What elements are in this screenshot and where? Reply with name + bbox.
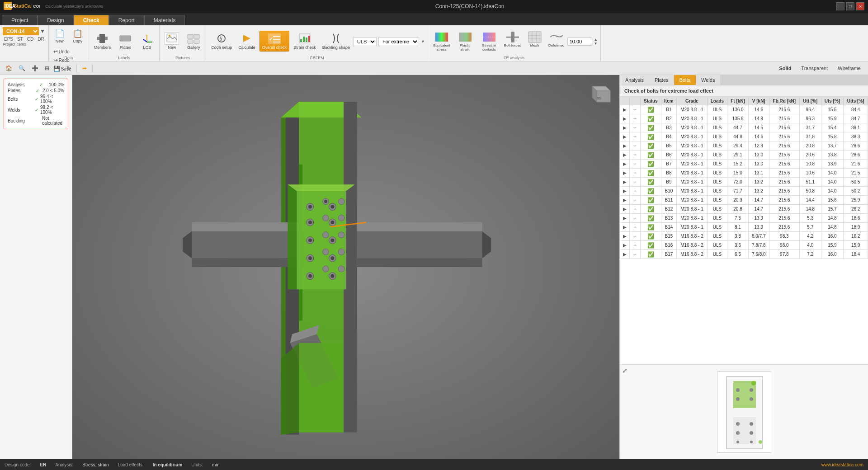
plus-cell[interactable]: ＋ (629, 250, 640, 259)
col-utt[interactable]: Utt [%] (800, 97, 821, 105)
col-loads[interactable]: Loads (707, 97, 727, 105)
number-up-button[interactable]: ▲ (594, 38, 598, 42)
overall-check-button[interactable]: ✓ Overall check (259, 31, 290, 52)
eps-button[interactable]: EPS (3, 36, 14, 42)
col-v[interactable]: V [kN] (748, 97, 769, 105)
undo-button[interactable]: ↩ Undo (52, 47, 73, 56)
equivalent-stress-button[interactable]: Equivalent stress (431, 29, 453, 53)
tab-plates[interactable]: Plates (649, 75, 674, 85)
expand-thumbnail-button[interactable]: ⤢ (622, 367, 627, 374)
maximize-button[interactable]: □ (846, 2, 854, 10)
plus-cell[interactable]: ＋ (629, 232, 640, 241)
plus-cell[interactable]: ＋ (629, 241, 640, 250)
col-item[interactable]: Item (661, 97, 677, 105)
tab-report[interactable]: Report (109, 15, 144, 25)
lcs-button[interactable]: LCS (137, 31, 156, 51)
viewport[interactable]: 3D (72, 75, 619, 459)
expand-cell[interactable]: ▶ (620, 169, 630, 178)
strain-check-button[interactable]: Strain check (291, 31, 318, 51)
number-input[interactable] (567, 38, 592, 46)
expand-cell[interactable]: ▶ (620, 150, 630, 160)
website-link[interactable]: www.ideastatica.com (821, 462, 863, 467)
buckling-shape-button[interactable]: Buckling shape (320, 31, 352, 51)
expand-cell[interactable]: ▶ (620, 223, 630, 232)
col-ft[interactable]: Ft [kN] (727, 97, 749, 105)
expand-cell[interactable]: ▶ (620, 178, 630, 187)
tab-design[interactable]: Design (38, 15, 73, 25)
number-down-button[interactable]: ▼ (594, 42, 598, 46)
expand-cell[interactable]: ▶ (620, 105, 630, 114)
new-button[interactable]: 📄 New (52, 27, 68, 45)
zoom-in-button[interactable]: 🔍 (17, 64, 27, 72)
mesh-button[interactable]: Mesh (525, 29, 545, 53)
plus-cell[interactable]: ＋ (629, 114, 640, 123)
plus-cell[interactable]: ＋ (629, 132, 640, 141)
tab-project[interactable]: Project (2, 15, 38, 25)
arrow-button[interactable]: ➡ (80, 64, 89, 72)
expand-cell[interactable]: ▶ (620, 160, 630, 169)
tab-check[interactable]: Check (74, 15, 109, 25)
plates-button[interactable]: Plates (116, 31, 135, 51)
close-button[interactable]: ✕ (856, 2, 864, 10)
expand-cell[interactable]: ▶ (620, 205, 630, 214)
bolts-table-container[interactable]: Status Item Grade Loads Ft [kN] V [kN] F… (620, 97, 868, 364)
code-setup-button[interactable]: § Code setup (209, 31, 234, 51)
copy-button[interactable]: 📋 Copy (70, 27, 86, 45)
project-dropdown-arrow[interactable]: ▼ (40, 28, 45, 34)
expand-cell[interactable]: ▶ (620, 250, 630, 259)
plus-cell[interactable]: ＋ (629, 214, 640, 223)
expand-cell[interactable]: ▶ (620, 187, 630, 196)
expand-cell[interactable]: ▶ (620, 241, 630, 250)
members-button[interactable]: Members (92, 31, 113, 51)
col-utts[interactable]: Utts [%] (844, 97, 868, 105)
expand-cell[interactable]: ▶ (620, 214, 630, 223)
expand-cell[interactable]: ▶ (620, 132, 630, 141)
new-picture-button[interactable]: New (162, 31, 181, 51)
minimize-button[interactable]: — (836, 2, 844, 10)
plastic-strain-button[interactable]: Plastic strain (454, 29, 476, 53)
col-uts[interactable]: Uts [%] (821, 97, 844, 105)
orientation-cube[interactable]: 3D (585, 80, 613, 107)
project-dropdown[interactable]: CON-14 (3, 27, 39, 35)
cd-button[interactable]: CD (26, 36, 35, 42)
tab-welds[interactable]: Welds (696, 75, 720, 85)
save-button[interactable]: 💾 Save (52, 65, 73, 73)
plus-cell[interactable]: ＋ (629, 160, 640, 169)
col-status[interactable]: Status (640, 97, 661, 105)
expand-cell[interactable]: ▶ (620, 196, 630, 205)
col-grade[interactable]: Grade (677, 97, 708, 105)
plus-button[interactable]: ➕ (30, 64, 40, 72)
tab-bolts[interactable]: Bolts (674, 75, 696, 85)
zoom-extent-button[interactable]: ⊞ (43, 64, 51, 72)
dr-button[interactable]: DR (36, 36, 45, 42)
plus-cell[interactable]: ＋ (629, 105, 640, 114)
load-combo-select[interactable]: For extreme (378, 37, 419, 46)
plus-cell[interactable]: ＋ (629, 169, 640, 178)
plus-cell[interactable]: ＋ (629, 187, 640, 196)
tab-analysis[interactable]: Analysis (620, 75, 649, 85)
expand-cell[interactable]: ▶ (620, 123, 630, 132)
calculate-button[interactable]: Calculate (236, 31, 258, 51)
wireframe-view-button[interactable]: Wireframe (834, 65, 864, 72)
st-button[interactable]: ST (16, 36, 24, 42)
plus-cell[interactable]: ＋ (629, 223, 640, 232)
col-fbrd[interactable]: Fb,Rd [kN] (769, 97, 800, 105)
plus-cell[interactable]: ＋ (629, 178, 640, 187)
stress-contacts-button[interactable]: Stress in contacts (478, 29, 500, 53)
bolt-forces-button[interactable]: Bolt forces (502, 29, 523, 53)
expand-cell[interactable]: ▶ (620, 141, 630, 150)
deformed-button[interactable]: Deformed (547, 29, 566, 53)
plus-cell[interactable]: ＋ (629, 196, 640, 205)
plus-cell[interactable]: ＋ (629, 205, 640, 214)
solid-view-button[interactable]: Solid (775, 65, 795, 72)
tab-materials[interactable]: Materials (144, 15, 185, 25)
expand-cell[interactable]: ▶ (620, 232, 630, 241)
plus-cell[interactable]: ＋ (629, 123, 640, 132)
expand-cell[interactable]: ▶ (620, 114, 630, 123)
home-button[interactable]: 🏠 (4, 64, 14, 72)
gallery-button[interactable]: Gallery (184, 31, 203, 51)
plus-cell[interactable]: ＋ (629, 150, 640, 160)
uls-select[interactable]: ULS SLS (353, 37, 377, 46)
plus-cell[interactable]: ＋ (629, 141, 640, 150)
transparent-view-button[interactable]: Transparent (797, 65, 831, 72)
